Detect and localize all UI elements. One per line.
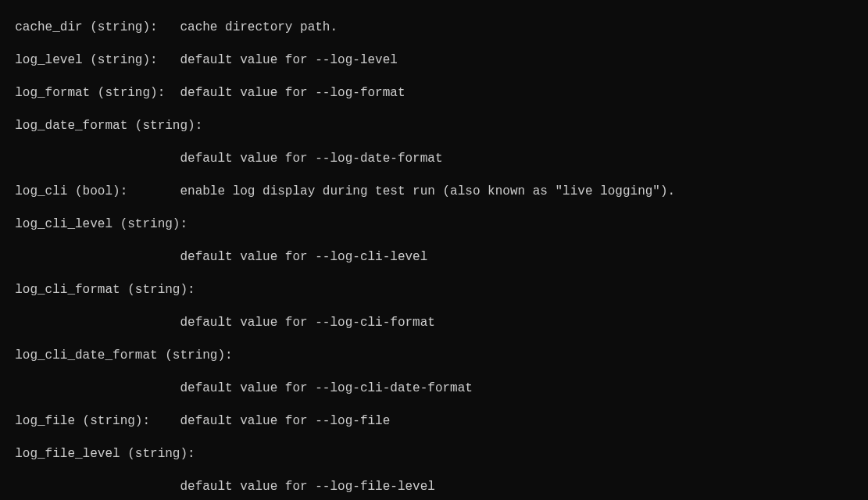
option-key [0,381,180,395]
terminal-output: cache_dir (string): cache directory path… [0,0,868,500]
option-line: log_file (string): default value for --l… [0,413,868,430]
option-line: log_format (string): default value for -… [0,85,868,102]
option-line: log_cli_format (string): [0,282,868,298]
option-key: log_file (string): [0,414,180,428]
option-line: log_cli_level (string): [0,216,868,233]
option-desc: default value for --log-date-format [180,152,442,166]
option-desc: enable log display during test run (also… [180,184,675,198]
option-desc: default value for --log-file [180,414,390,428]
option-line: default value for --log-date-format [0,151,868,167]
option-key: log_cli_date_format (string): [0,348,233,362]
option-line: log_date_format (string): [0,118,868,134]
option-desc: default value for --log-cli-format [180,316,434,330]
option-key [0,316,180,330]
option-key: log_file_level (string): [0,447,195,461]
option-key: log_cli_format (string): [0,283,195,297]
option-line: default value for --log-cli-date-format [0,380,868,397]
option-line: default value for --log-file-level [0,479,868,495]
option-key [0,250,180,264]
option-key [0,152,180,166]
option-line: log_level (string): default value for --… [0,52,868,69]
option-line: log_cli (bool): enable log display durin… [0,184,868,200]
option-desc: default value for --log-level [180,53,397,67]
option-key: log_level (string): [0,53,180,67]
option-key: log_format (string): [0,86,180,100]
option-line: cache_dir (string): cache directory path… [0,20,868,36]
option-desc: default value for --log-cli-date-format [180,381,472,395]
option-line: default value for --log-cli-level [0,249,868,266]
option-line: default value for --log-cli-format [0,315,868,331]
option-desc: cache directory path. [180,20,338,34]
option-desc: default value for --log-cli-level [180,250,427,264]
option-line: log_file_level (string): [0,446,868,462]
option-key: log_cli_level (string): [0,217,188,231]
option-line: log_cli_date_format (string): [0,348,868,364]
option-desc: default value for --log-file-level [180,480,434,494]
option-key: log_date_format (string): [0,119,202,133]
option-key [0,480,180,494]
option-key: log_cli (bool): [0,184,180,198]
option-key: cache_dir (string): [0,20,180,34]
option-desc: default value for --log-format [180,86,405,100]
